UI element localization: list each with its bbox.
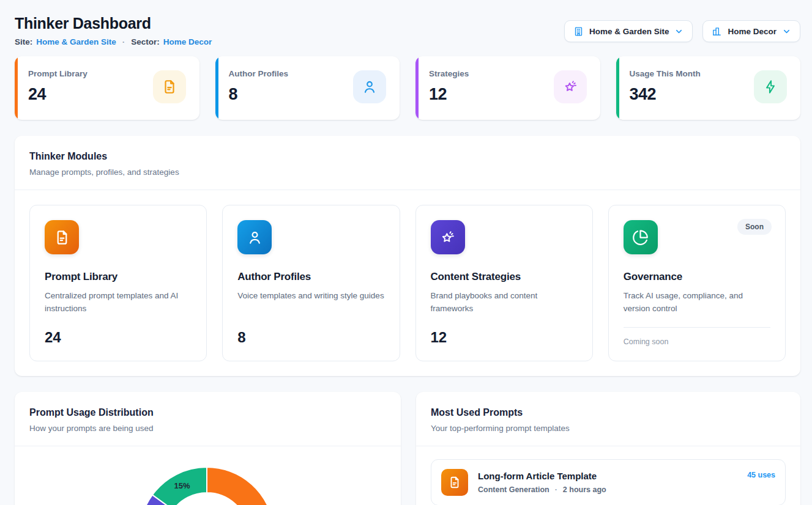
modules-grid: Prompt Library Centralized prompt templa… — [15, 190, 800, 376]
topbar: Thinker Dashboard Site: Home & Garden Si… — [15, 12, 800, 46]
prompt-list: Long-form Article Template Content Gener… — [416, 446, 800, 505]
prompts-panel-header: Most Used Prompts Your top-performing pr… — [416, 392, 800, 446]
stat-label: Author Profiles — [229, 69, 289, 78]
sector-link[interactable]: Home Decor — [163, 37, 212, 46]
prompt-category: Content Generation — [478, 485, 549, 494]
site-selector-dropdown[interactable]: Home & Garden Site — [564, 20, 693, 42]
stat-card-strategies: Strategies 12 — [415, 56, 600, 120]
modules-panel-title: Thinker Modules — [29, 151, 786, 162]
stat-value: 12 — [429, 85, 469, 104]
site-link[interactable]: Home & Garden Site — [36, 37, 116, 46]
usage-distribution-panel: Prompt Usage Distribution How your promp… — [15, 392, 401, 505]
stat-label: Prompt Library — [28, 69, 88, 78]
stat-card-prompt-library: Prompt Library 24 — [15, 56, 199, 120]
usage-donut-chart: 15% — [133, 461, 280, 505]
document-icon — [45, 220, 79, 254]
module-title: Content Strategies — [431, 271, 578, 283]
chevron-down-icon — [674, 27, 683, 36]
breadcrumb: Site: Home & Garden Site · Sector: Home … — [15, 37, 212, 46]
module-description: Track AI usage, compliance, and version … — [624, 290, 770, 315]
prompt-list-item[interactable]: Long-form Article Template Content Gener… — [431, 459, 786, 505]
most-used-prompts-panel: Most Used Prompts Your top-performing pr… — [416, 392, 800, 505]
prompts-panel-title: Most Used Prompts — [431, 407, 786, 418]
stat-label: Usage This Month — [630, 69, 701, 78]
stat-value: 8 — [229, 85, 289, 104]
module-card-author-profiles[interactable]: Author Profiles Voice templates and writ… — [222, 205, 400, 361]
user-icon — [237, 220, 272, 254]
header-left: Thinker Dashboard Site: Home & Garden Si… — [15, 12, 212, 46]
stat-value: 24 — [28, 85, 88, 104]
bottom-row: Prompt Usage Distribution How your promp… — [15, 392, 800, 505]
document-icon — [153, 70, 186, 103]
site-label: Site: — [15, 37, 32, 46]
module-description: Voice templates and writing style guides — [237, 290, 384, 303]
chevron-down-icon — [782, 27, 791, 36]
module-title: Governance — [624, 271, 770, 283]
stat-card-author-profiles: Author Profiles 8 — [215, 56, 400, 120]
stat-accent-bar — [15, 56, 18, 120]
module-card-governance[interactable]: Soon Governance Track AI usage, complian… — [608, 205, 786, 361]
module-description: Centralized prompt templates and AI inst… — [45, 290, 192, 315]
bar-chart-icon — [712, 26, 722, 37]
module-card-prompt-library[interactable]: Prompt Library Centralized prompt templa… — [29, 205, 207, 361]
module-count: 8 — [237, 329, 384, 346]
stat-label: Strategies — [429, 69, 469, 78]
sector-selector-dropdown[interactable]: Home Decor — [702, 20, 800, 42]
stat-card-usage: Usage This Month 342 — [616, 56, 801, 120]
prompts-panel-subtitle: Your top-performing prompt templates — [431, 424, 786, 433]
dashboard-page: Thinker Dashboard Site: Home & Garden Si… — [0, 0, 812, 505]
stat-value: 342 — [630, 85, 701, 104]
prompt-title: Long-form Article Template — [478, 471, 737, 481]
module-count: 12 — [431, 329, 578, 346]
modules-panel-subtitle: Manage prompts, profiles, and strategies — [29, 168, 786, 177]
module-divider — [624, 327, 770, 328]
module-title: Prompt Library — [45, 271, 192, 283]
usage-panel-subtitle: How your prompts are being used — [29, 424, 386, 433]
thinker-modules-panel: Thinker Modules Manage prompts, profiles… — [15, 136, 800, 376]
stat-accent-bar — [415, 56, 419, 120]
page-title: Thinker Dashboard — [15, 15, 212, 32]
module-footer: Coming soon — [624, 337, 770, 346]
module-description: Brand playbooks and content frameworks — [431, 290, 578, 315]
sector-label: Sector: — [131, 37, 160, 46]
modules-panel-header: Thinker Modules Manage prompts, profiles… — [15, 136, 800, 190]
document-icon — [441, 469, 468, 496]
donut-chart-area: 15% — [15, 446, 401, 505]
module-count: 24 — [45, 329, 192, 346]
prompt-meta: Content Generation · 2 hours ago — [478, 485, 737, 494]
prompt-time: 2 hours ago — [563, 485, 606, 494]
usage-panel-title: Prompt Usage Distribution — [29, 407, 386, 418]
soon-badge: Soon — [737, 219, 772, 235]
user-icon — [353, 70, 386, 103]
building-icon — [573, 26, 584, 37]
stat-accent-bar — [616, 56, 619, 120]
meta-separator: · — [555, 485, 557, 494]
sparkle-icon — [554, 70, 587, 103]
module-title: Author Profiles — [237, 271, 384, 283]
breadcrumb-separator: · — [122, 37, 125, 46]
bolt-icon — [754, 70, 787, 103]
donut-slice-label: 15% — [174, 481, 190, 490]
prompt-uses-badge: 45 uses — [747, 471, 775, 479]
stats-row: Prompt Library 24 Author Profiles 8 — [15, 56, 800, 120]
sparkle-icon — [431, 220, 465, 254]
pie-chart-icon — [624, 220, 658, 254]
header-selectors: Home & Garden Site Home Decor — [564, 20, 800, 42]
site-selector-label: Home & Garden Site — [589, 27, 669, 36]
usage-panel-header: Prompt Usage Distribution How your promp… — [15, 392, 401, 446]
sector-selector-label: Home Decor — [728, 27, 777, 36]
stat-accent-bar — [215, 56, 218, 120]
module-card-content-strategies[interactable]: Content Strategies Brand playbooks and c… — [415, 205, 593, 361]
